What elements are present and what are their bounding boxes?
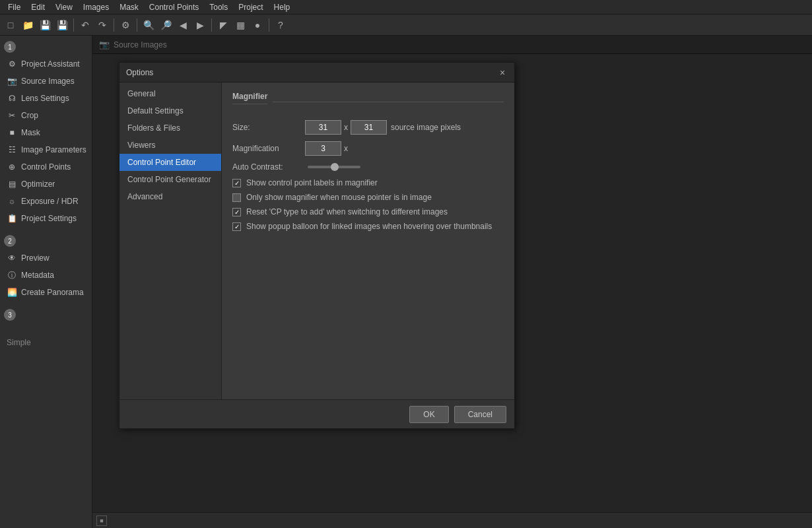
dialog-nav-folders-files[interactable]: Folders & Files: [119, 119, 221, 137]
settings-button[interactable]: ⚙: [118, 17, 133, 33]
magnification-row: Magnification x: [232, 141, 504, 156]
forward-button[interactable]: ▶: [192, 17, 208, 33]
checkbox-show-cp-labels[interactable]: ✓ Show control point labels in magnifier: [232, 178, 504, 187]
sidebar-item-metadata[interactable]: ⓘ Metadata: [0, 267, 92, 284]
back-button[interactable]: ◀: [175, 17, 191, 33]
magnifier-section-header: Magnifier: [232, 92, 504, 112]
search2-button[interactable]: 🔎: [158, 17, 174, 33]
help-button[interactable]: ?: [273, 17, 288, 33]
sidebar-item-control-points-label: Control Points: [21, 162, 71, 172]
new-button[interactable]: □: [3, 17, 18, 33]
auto-contrast-slider-track[interactable]: [308, 166, 360, 168]
auto-contrast-slider-thumb[interactable]: [331, 163, 339, 171]
sidebar-item-project-settings-label: Project Settings: [21, 214, 77, 223]
menu-edit[interactable]: Edit: [26, 1, 50, 13]
checkbox-only-show-magnifier[interactable]: Only show magnifier when mouse pointer i…: [232, 193, 504, 202]
sidebar-item-image-parameters[interactable]: ☷ Image Parameters: [0, 141, 92, 158]
checkbox-reset-cp-type-box[interactable]: ✓: [232, 208, 241, 216]
menu-file[interactable]: File: [3, 1, 26, 13]
sidebar-item-preview[interactable]: 👁 Preview: [0, 249, 92, 267]
dialog-nav-advanced[interactable]: Advanced: [119, 188, 221, 205]
mask-icon: ■: [7, 127, 17, 138]
magnification-unit: x: [344, 144, 348, 153]
grid-button[interactable]: ▦: [232, 17, 248, 33]
sidebar-item-project-assistant[interactable]: ⚙ Project Assistant: [0, 55, 92, 73]
menu-project[interactable]: Project: [233, 1, 268, 13]
menu-mask[interactable]: Mask: [114, 1, 144, 13]
menu-tools[interactable]: Tools: [204, 1, 233, 13]
ok-button[interactable]: OK: [409, 406, 448, 423]
size-input-width[interactable]: [305, 120, 341, 135]
menu-images[interactable]: Images: [78, 1, 114, 13]
checkbox-show-popup-balloon[interactable]: ✓ Show popup balloon for linked images w…: [232, 222, 504, 231]
sidebar-item-crop[interactable]: ✂ Crop: [0, 107, 92, 124]
sidebar-item-project-settings[interactable]: 📋 Project Settings: [0, 210, 92, 227]
source-images-icon: 📷: [7, 76, 17, 86]
dialog-nav-viewers[interactable]: Viewers: [119, 137, 221, 154]
project-settings-icon: 📋: [7, 213, 17, 224]
sidebar-item-create-panorama[interactable]: 🌅 Create Panorama: [0, 284, 92, 301]
sidebar-item-exposure-hdr[interactable]: ☼ Exposure / HDR: [0, 193, 92, 210]
checkbox-reset-cp-type[interactable]: ✓ Reset 'CP type to add' when switching …: [232, 207, 504, 216]
sidebar-simple[interactable]: Simple: [0, 334, 92, 351]
sidebar-item-source-images-label: Source Images: [21, 77, 75, 86]
magnification-input[interactable]: [305, 141, 341, 156]
panorama-button[interactable]: ◤: [215, 17, 231, 33]
main-layout: 1 ⚙ Project Assistant 📷 Source Images ☊ …: [0, 36, 812, 528]
checkbox-show-popup-balloon-label: Show popup balloon for linked images whe…: [246, 222, 492, 231]
sidebar-item-optimizer[interactable]: ▤ Optimizer: [0, 176, 92, 193]
dialog-body: General Default Settings Folders & Files…: [119, 82, 514, 399]
magnifier-section-title: Magnifier: [232, 92, 267, 104]
create-panorama-icon: 🌅: [7, 287, 17, 298]
step3-circle: 3: [4, 309, 16, 321]
saveas-button[interactable]: 💾: [54, 17, 70, 33]
sidebar-item-mask[interactable]: ■ Mask: [0, 124, 92, 141]
dialog-footer: OK Cancel: [119, 399, 514, 428]
bottom-bar: ■: [92, 512, 812, 528]
preview-icon: 👁: [7, 253, 17, 263]
toolbar-sep5: [269, 18, 269, 32]
dialog-nav-control-point-generator[interactable]: Control Point Generator: [119, 171, 221, 188]
lens-settings-icon: ☊: [7, 93, 17, 104]
dialog-close-button[interactable]: ×: [497, 67, 508, 78]
options-dialog: Options × General Default Settings Folde…: [119, 62, 515, 429]
sidebar-item-image-parameters-label: Image Parameters: [21, 145, 86, 154]
menu-control-points[interactable]: Control Points: [144, 1, 204, 13]
bottom-icon[interactable]: ■: [96, 515, 107, 526]
pin-button[interactable]: ●: [250, 17, 265, 33]
dialog-nav-default-settings[interactable]: Default Settings: [119, 102, 221, 119]
search-button[interactable]: 🔍: [141, 17, 156, 33]
sidebar-item-lens-settings-label: Lens Settings: [21, 94, 69, 103]
checkbox-reset-cp-type-label: Reset 'CP type to add' when switching to…: [246, 207, 448, 216]
checkbox-show-cp-labels-box[interactable]: ✓: [232, 179, 241, 187]
dialog-nav-general[interactable]: General: [119, 85, 221, 102]
menu-view[interactable]: View: [50, 1, 78, 13]
auto-contrast-row: Auto Contrast:: [232, 162, 504, 172]
size-label: Size:: [232, 123, 305, 132]
cancel-button[interactable]: Cancel: [454, 406, 506, 423]
undo-button[interactable]: ↶: [77, 17, 93, 33]
sidebar-item-source-images[interactable]: 📷 Source Images: [0, 73, 92, 90]
menu-help[interactable]: Help: [269, 1, 296, 13]
sidebar-item-mask-label: Mask: [21, 128, 40, 137]
checkbox-show-cp-labels-label: Show control point labels in magnifier: [246, 178, 378, 187]
redo-button[interactable]: ↷: [94, 17, 110, 33]
checkbox-only-show-magnifier-box[interactable]: [232, 193, 241, 202]
step1-circle: 1: [4, 41, 16, 53]
metadata-icon: ⓘ: [7, 270, 17, 280]
save-button[interactable]: 💾: [37, 17, 53, 33]
sidebar-item-control-points[interactable]: ⊕ Control Points: [0, 158, 92, 176]
checkbox-show-popup-balloon-box[interactable]: ✓: [232, 222, 241, 231]
sidebar-item-lens-settings[interactable]: ☊ Lens Settings: [0, 90, 92, 107]
size-input-height[interactable]: [351, 120, 387, 135]
sidebar-item-create-panorama-label: Create Panorama: [21, 288, 84, 297]
sidebar-item-project-assistant-label: Project Assistant: [21, 59, 80, 69]
menubar: File Edit View Images Mask Control Point…: [0, 0, 812, 15]
checkbox-only-show-magnifier-label: Only show magnifier when mouse pointer i…: [246, 193, 432, 202]
open-button[interactable]: 📁: [20, 17, 36, 33]
exposure-hdr-icon: ☼: [7, 196, 17, 207]
toolbar-sep4: [211, 18, 212, 32]
optimizer-icon: ▤: [7, 179, 17, 189]
dialog-nav-control-point-editor[interactable]: Control Point Editor: [119, 154, 221, 171]
magnification-label: Magnification: [232, 144, 305, 153]
